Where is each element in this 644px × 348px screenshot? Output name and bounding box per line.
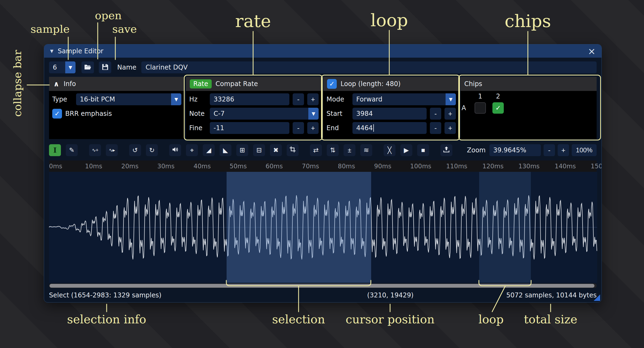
type-value[interactable]: 16-bit PCM [76, 93, 171, 105]
page-background: sample open save rate loop chips collaps… [0, 0, 644, 348]
timeline-label: 130ms [518, 163, 540, 170]
amplify-button[interactable] [169, 144, 181, 156]
upload-icon [443, 146, 450, 155]
invert-button[interactable]: ⇅ [327, 144, 339, 156]
titlebar[interactable]: ▼ Sample Editor × [44, 44, 601, 58]
filter-button[interactable]: ≋ [360, 144, 372, 156]
close-icon[interactable]: × [588, 47, 596, 56]
timeline-label: 20ms [121, 163, 139, 170]
waveform-view[interactable] [49, 172, 597, 283]
import-button[interactable] [440, 144, 452, 156]
chips-panel-title: Chips [464, 80, 482, 88]
brr-emphasis-checkbox[interactable]: ✓ [52, 109, 62, 119]
timeline-label: 90ms [374, 163, 391, 170]
zoom-out-button[interactable]: - [544, 144, 555, 156]
zoom-in-button[interactable]: + [558, 144, 569, 156]
rate-badge[interactable]: Rate [190, 79, 212, 88]
folder-open-icon [84, 63, 91, 72]
undo-button[interactable]: ↺ [129, 144, 141, 156]
preview-stop-button[interactable]: ■ [417, 144, 429, 156]
preview-play-button[interactable]: ▶ [400, 144, 412, 156]
chip-a1-checkbox[interactable] [475, 102, 486, 114]
hz-input[interactable]: 33286 [210, 93, 289, 105]
loop-region[interactable] [479, 172, 531, 283]
cursor-position-text: (3210, 19429) [367, 291, 413, 299]
info-panel: ∧ Info Type 16-bit PCM ▼ ✓ BRR emphasis [49, 77, 185, 139]
apply-silence-button[interactable]: ⊟ [253, 144, 265, 156]
chevron-down-icon[interactable]: ▼ [171, 93, 181, 105]
zoom-input[interactable]: 39.9645% [489, 144, 541, 156]
loop-end-input[interactable]: 4464 [352, 122, 427, 134]
sample-selector[interactable]: 6 ▼ [49, 61, 76, 73]
rate-panel: Rate Compat Rate Hz 33286 - + Note C-7 [186, 77, 322, 139]
resize-grip[interactable] [594, 294, 600, 301]
sample-number-value[interactable]: 6 [49, 61, 65, 73]
chips-col-1-label: 1 [475, 93, 486, 100]
save-button[interactable] [99, 61, 111, 73]
mode-dropdown[interactable]: Forward ▼ [352, 93, 456, 105]
chevron-down-icon[interactable]: ▼ [308, 108, 319, 120]
note-value[interactable]: C-7 [210, 108, 308, 120]
hz-plus-button[interactable]: + [307, 93, 319, 105]
chevron-down-icon[interactable]: ▼ [446, 93, 456, 105]
hz-minus-button[interactable]: - [293, 93, 304, 105]
loop-end-minus-button[interactable]: - [430, 122, 441, 134]
fade-in-button[interactable]: ◢ [203, 144, 215, 156]
type-dropdown[interactable]: 16-bit PCM ▼ [76, 93, 181, 105]
signed-unsigned-button[interactable]: ± [344, 144, 355, 156]
horizontal-scrollbar[interactable] [49, 284, 597, 288]
selection-region[interactable] [227, 172, 371, 283]
delete-button[interactable]: ✖ [270, 144, 282, 156]
annotation-loop-bottom: loop [478, 313, 504, 326]
crossfade-button[interactable]: ╳ [384, 144, 395, 156]
annotation-total-size: total size [524, 313, 577, 326]
loop-start-minus-button[interactable]: - [430, 108, 441, 120]
fine-input[interactable]: -11 [210, 122, 289, 134]
check-icon: ✓ [329, 80, 335, 88]
draw-tool-button[interactable]: ✎ [66, 144, 78, 156]
apply-silence-icon: ⊟ [256, 146, 262, 154]
redo-button[interactable]: ↻ [146, 144, 158, 156]
annotation-sample: sample [31, 23, 70, 35]
insert-silence-button[interactable]: ⊞ [236, 144, 248, 156]
fine-label: Fine [189, 124, 207, 132]
insert-silence-icon: ⊞ [240, 146, 245, 154]
trim-button[interactable] [287, 144, 299, 156]
fine-minus-button[interactable]: - [293, 122, 304, 134]
select-tool-button[interactable]: I [49, 144, 61, 156]
loop-checkbox[interactable]: ✓ [327, 79, 337, 89]
chip-a2-checkbox[interactable]: ✓ [492, 102, 504, 114]
chevron-down-icon[interactable]: ▼ [65, 61, 76, 73]
reverse-icon: ⇄ [313, 146, 319, 154]
resample-button[interactable]: ∿▸ [106, 144, 118, 156]
reverse-button[interactable]: ⇄ [310, 144, 322, 156]
annotation-chips: chips [505, 11, 551, 31]
loop-start-input[interactable]: 3984 [352, 108, 427, 120]
zoom-reset-button[interactable]: 100% [572, 144, 597, 156]
timeline-label: 140ms [555, 163, 576, 170]
mode-value[interactable]: Forward [352, 93, 446, 105]
play-icon: ▶ [404, 146, 409, 154]
loop-start-plus-button[interactable]: + [444, 108, 456, 120]
brr-emphasis-label: BRR emphasis [65, 110, 112, 117]
collapse-bar-icon[interactable]: ∧ [53, 80, 60, 88]
note-dropdown[interactable]: C-7 ▼ [210, 108, 319, 120]
window-title: Sample Editor [58, 47, 103, 55]
fine-plus-button[interactable]: + [307, 122, 319, 134]
window-collapse-icon[interactable]: ▼ [50, 48, 53, 54]
crossfade-icon: ╳ [388, 146, 391, 154]
loop-end-plus-button[interactable]: + [444, 122, 456, 134]
name-input[interactable]: Clarinet DQV [141, 61, 597, 73]
normalize-button[interactable]: ⌖ [186, 144, 198, 156]
loop-panel: ✓ Loop (length: 480) Mode Forward ▼ Star… [323, 77, 459, 139]
open-button[interactable] [81, 61, 94, 73]
scrollbar-thumb[interactable] [50, 284, 594, 288]
chips-row-a-label: A [462, 104, 475, 112]
fade-out-button[interactable]: ◣ [220, 144, 231, 156]
crop-icon [289, 146, 296, 154]
timeline-label: 100ms [410, 163, 431, 170]
signed-unsigned-icon: ± [348, 146, 351, 154]
resize-button[interactable]: ∿+ [89, 144, 101, 156]
loop-panel-title: Loop (length: 480) [341, 80, 401, 88]
annotation-collapse-bar: collapse bar [11, 50, 24, 117]
